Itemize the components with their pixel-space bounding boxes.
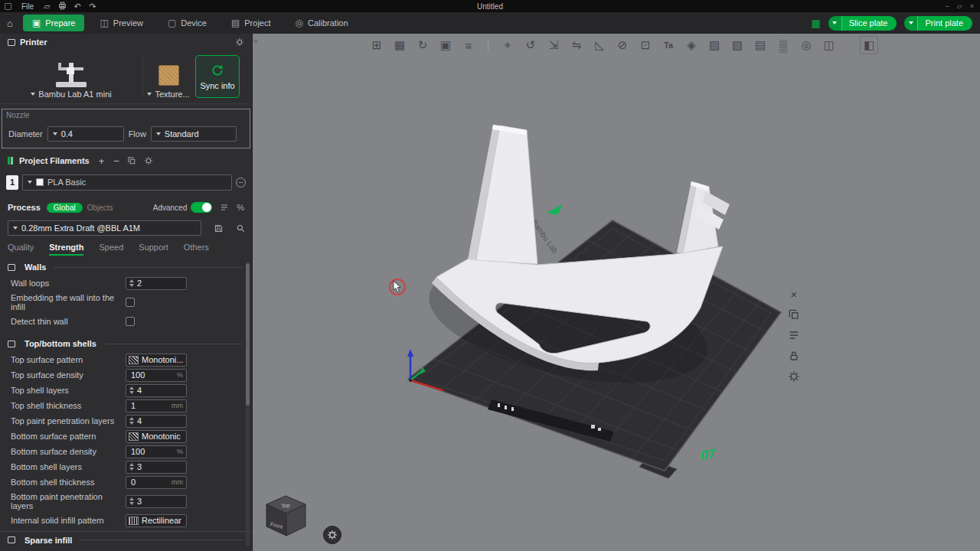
- stepper-arrows-icon[interactable]: [129, 386, 134, 394]
- home-icon[interactable]: ⌂: [0, 18, 20, 29]
- toolbar-seam-paint-icon[interactable]: ◈: [682, 36, 701, 54]
- top-surface-density-input[interactable]: 100 %: [126, 369, 187, 382]
- plate-delete-icon[interactable]: ×: [784, 285, 804, 303]
- slice-options-chevron-icon[interactable]: [828, 16, 842, 31]
- search-preset-icon[interactable]: [236, 223, 246, 233]
- undo-icon[interactable]: ↶: [70, 2, 85, 11]
- plate-grid-icon[interactable]: ▦: [811, 18, 820, 29]
- process-compare-icon[interactable]: %: [237, 203, 244, 212]
- unit-label: %: [177, 371, 186, 379]
- toolbar-scale-icon[interactable]: ⇲: [544, 36, 563, 54]
- toolbar-clone-icon[interactable]: ⊡: [636, 36, 655, 54]
- filament-sync-icon[interactable]: [127, 156, 136, 165]
- top-shell-layers-stepper[interactable]: 4: [126, 384, 187, 397]
- toolbar-fuzzy-skin-icon[interactable]: ▒: [774, 36, 792, 54]
- tab-project[interactable]: ▤ Project: [222, 15, 280, 31]
- internal-solid-infill-select[interactable]: Rectilinear: [126, 514, 187, 527]
- redo-icon[interactable]: ↷: [85, 2, 100, 11]
- tab-speed[interactable]: Speed: [99, 243, 123, 256]
- wall-loops-stepper[interactable]: 2: [126, 277, 187, 290]
- toolbar-move-icon[interactable]: ⌖: [498, 36, 517, 54]
- plate-settings-icon[interactable]: [784, 326, 804, 344]
- slice-plate-button[interactable]: Slice plate: [828, 16, 897, 31]
- toolbar-color-paint-icon[interactable]: ▨: [705, 36, 724, 54]
- plate-type-selector[interactable]: Texture...: [143, 51, 194, 103]
- process-preset-select[interactable]: 0.28mm Extra Draft @BBL A1M: [8, 220, 201, 236]
- restore-icon[interactable]: ▱: [957, 2, 962, 10]
- advanced-toggle[interactable]: [191, 202, 212, 213]
- minimize-icon[interactable]: –: [946, 2, 949, 10]
- view-settings-gear-button[interactable]: [323, 526, 341, 544]
- toolbar-lay-on-face-icon[interactable]: ◺: [590, 36, 609, 54]
- printer-selector[interactable]: Bambu Lab A1 mini: [0, 51, 142, 103]
- bottom-shell-layers-stepper[interactable]: 3: [126, 461, 187, 474]
- print-options-chevron-icon[interactable]: [904, 16, 918, 31]
- toolbar-arrange-icon[interactable]: ▣: [436, 36, 455, 54]
- nav-cube[interactable]: Top Front: [266, 496, 305, 536]
- embed-wall-checkbox[interactable]: [126, 298, 135, 307]
- tab-preview[interactable]: ◫ Preview: [90, 15, 152, 31]
- toolbar-wipe-tower-icon[interactable]: ◫: [820, 36, 838, 54]
- tab-quality[interactable]: Quality: [8, 243, 34, 256]
- nozzle-diameter-select[interactable]: 0.4: [47, 126, 124, 142]
- process-menu-icon[interactable]: [220, 203, 229, 212]
- plate-duplicate-icon[interactable]: [784, 305, 804, 324]
- toolbar-support-paint-icon[interactable]: ▧: [728, 36, 746, 54]
- scope-global-pill[interactable]: Global: [47, 203, 83, 213]
- scope-objects-label[interactable]: Objects: [87, 204, 113, 212]
- open-project-icon[interactable]: ▱: [39, 2, 54, 11]
- tab-strength[interactable]: Strength: [49, 243, 83, 256]
- tab-calibration-label: Calibration: [308, 18, 348, 28]
- close-icon[interactable]: ×: [970, 2, 974, 10]
- printer-icon[interactable]: [54, 1, 70, 12]
- toolbar-cut-icon[interactable]: ⊘: [613, 36, 632, 54]
- filament-settings-gear-icon[interactable]: [144, 156, 153, 165]
- printer-settings-gear-icon[interactable]: [235, 37, 244, 47]
- save-preset-icon[interactable]: [214, 223, 224, 233]
- bottom-surface-pattern-select[interactable]: Monotonic: [126, 430, 187, 443]
- plate-lock-icon[interactable]: [784, 347, 804, 365]
- tab-calibration[interactable]: ◎ Calibration: [286, 15, 358, 31]
- top-paint-penetration-stepper[interactable]: 4: [126, 415, 187, 428]
- filament-select[interactable]: PLA Basic: [22, 174, 232, 191]
- toolbar-mirror-icon[interactable]: ⇋: [567, 36, 586, 54]
- filament-slot-badge[interactable]: 1: [6, 175, 18, 190]
- toolbar-assembly-view-icon[interactable]: ◧: [860, 36, 878, 54]
- toolbar-measure-icon[interactable]: ◎: [797, 36, 815, 54]
- viewport-3d[interactable]: Bambu Lab 07: [253, 34, 980, 551]
- add-filament-button[interactable]: +: [99, 155, 105, 167]
- toolbar-auto-orient-icon[interactable]: ↻: [413, 36, 432, 54]
- remove-filament-button[interactable]: −: [113, 155, 119, 167]
- bottom-shell-thickness-input[interactable]: 0 mm: [126, 476, 187, 489]
- stepper-arrows-icon[interactable]: [129, 497, 134, 505]
- tab-device[interactable]: ▢ Device: [158, 15, 216, 31]
- nozzle-flow-select[interactable]: Standard: [151, 126, 237, 142]
- print-plate-button[interactable]: Print plate: [904, 16, 972, 31]
- stepper-arrows-icon[interactable]: [129, 417, 134, 425]
- tab-support[interactable]: Support: [139, 243, 168, 256]
- top-shell-thickness-input[interactable]: 1 mm: [126, 399, 187, 412]
- toolbar-variable-layer-height-icon[interactable]: ▤: [751, 36, 769, 54]
- toolbar-split-model-icon[interactable]: ≡: [459, 36, 478, 54]
- delete-filament-icon[interactable]: –: [236, 178, 246, 187]
- toolbar-text-icon[interactable]: Ta: [659, 36, 678, 54]
- scene-canvas[interactable]: Bambu Lab 07: [253, 34, 980, 551]
- stepper-arrows-icon[interactable]: [129, 463, 134, 471]
- file-menu[interactable]: File: [16, 0, 39, 12]
- collapse-sidebar-icon[interactable]: «: [253, 36, 258, 45]
- stepper-arrows-icon[interactable]: [129, 279, 134, 287]
- detect-thin-wall-checkbox[interactable]: [126, 317, 135, 326]
- top-surface-pattern-select[interactable]: Monotoni...: [126, 354, 187, 367]
- scrollbar-thumb[interactable]: [246, 263, 250, 406]
- tab-prepare[interactable]: ▣ Prepare: [23, 15, 84, 31]
- main-nav: ⌂ ▣ Prepare ◫ Preview ▢ Device ▤ Project…: [0, 12, 980, 34]
- sync-info-button[interactable]: Sync info: [195, 55, 240, 98]
- toolbar-add-object-icon[interactable]: ⊞: [368, 36, 386, 54]
- settings-scrollbar[interactable]: [246, 262, 250, 546]
- toolbar-add-plate-icon[interactable]: ▦: [390, 36, 409, 54]
- tab-others[interactable]: Others: [184, 243, 209, 256]
- bottom-surface-density-input[interactable]: 100 %: [126, 445, 187, 458]
- toolbar-rotate-icon[interactable]: ↺: [521, 36, 540, 54]
- bottom-paint-penetration-stepper[interactable]: 3: [126, 495, 187, 508]
- plate-name-gear-icon[interactable]: [784, 367, 804, 386]
